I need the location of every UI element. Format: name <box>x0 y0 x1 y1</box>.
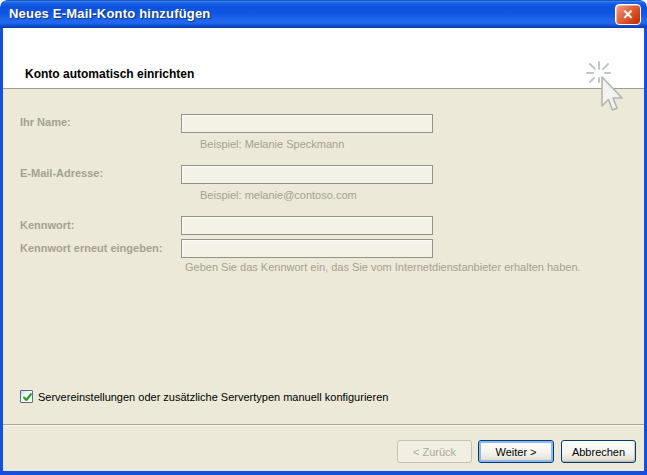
password-repeat-field-label: Kennwort erneut eingeben: <box>20 242 162 254</box>
email-hint: Beispiel: melanie@contoso.com <box>200 189 357 201</box>
window-border-bottom <box>0 471 647 475</box>
next-button[interactable]: Weiter > <box>478 440 554 463</box>
password-field-label: Kennwort: <box>20 219 74 231</box>
click-cursor-sparkle-icon <box>583 60 631 116</box>
password-repeat-input <box>181 239 433 258</box>
dialog-header: Konto automatisch einrichten <box>3 28 644 89</box>
new-email-account-dialog: Neues E-Mail-Konto hinzufügen ✕ Konto au… <box>0 0 647 475</box>
window-title: Neues E-Mail-Konto hinzufügen <box>9 6 211 21</box>
window-border-left <box>0 28 3 475</box>
back-button: < Zurück <box>397 440 472 463</box>
password-hint: Geben Sie das Kennwort ein, das Sie vom … <box>185 261 581 273</box>
checkmark-icon <box>21 391 34 404</box>
titlebar[interactable]: Neues E-Mail-Konto hinzufügen ✕ <box>0 0 647 28</box>
close-icon: ✕ <box>623 7 634 22</box>
footer-divider <box>3 424 644 425</box>
name-field-label: Ihr Name: <box>20 116 71 128</box>
close-button[interactable]: ✕ <box>615 4 641 25</box>
email-field-label: E-Mail-Adresse: <box>20 167 103 179</box>
password-input <box>181 216 433 235</box>
cancel-button[interactable]: Abbrechen <box>561 440 636 463</box>
page-title: Konto automatisch einrichten <box>25 67 194 81</box>
name-hint: Beispiel: Melanie Speckmann <box>200 138 344 150</box>
email-input <box>181 165 433 184</box>
manual-config-checkbox[interactable] <box>20 390 33 403</box>
manual-config-checkbox-label[interactable]: Servereinstellungen oder zusätzliche Ser… <box>38 391 388 403</box>
name-input <box>181 114 433 133</box>
